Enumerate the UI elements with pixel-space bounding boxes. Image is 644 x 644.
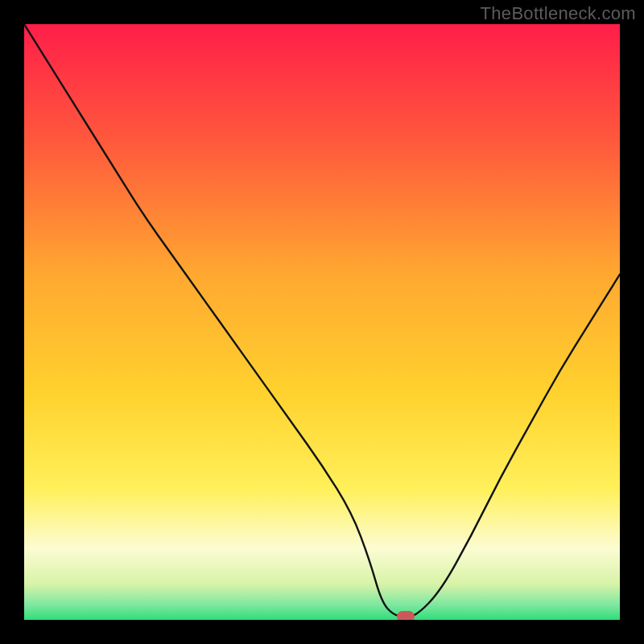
watermark-text: TheBottleneck.com — [481, 3, 636, 24]
plot-svg — [24, 24, 620, 620]
gradient-background — [24, 24, 620, 620]
chart-frame: TheBottleneck.com — [0, 0, 644, 644]
optimum-marker — [397, 611, 415, 620]
plot-area — [24, 24, 620, 620]
